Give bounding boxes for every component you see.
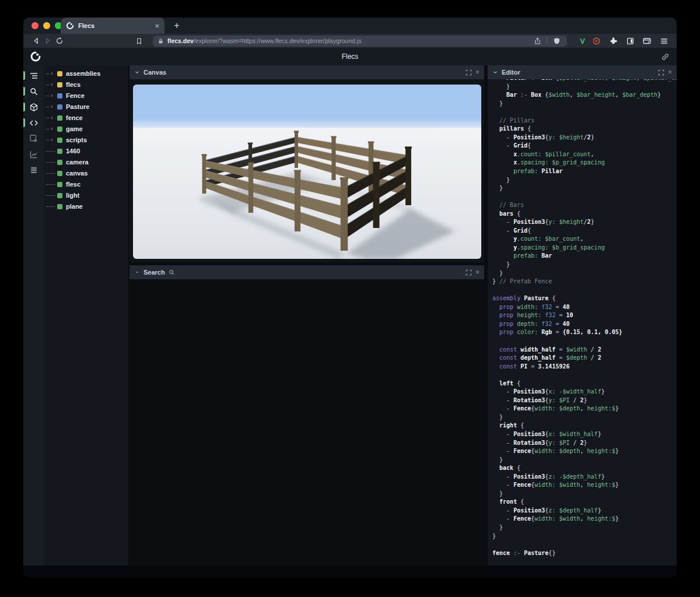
wallet-icon[interactable] [641,35,653,47]
entity-kind-icon [57,93,62,99]
divider [547,37,547,44]
tree-connector [46,184,55,185]
tree-item-assemblies[interactable]: ›assemblies [44,68,128,79]
tree-item-flecs[interactable]: ›flecs [44,79,128,90]
search-close-button[interactable]: × [475,269,480,276]
flecs-logo-icon[interactable] [30,51,41,62]
expand-chevron-icon[interactable]: › [51,125,53,132]
permalink-button[interactable] [661,52,670,61]
rail-chart-icon[interactable] [23,149,44,160]
chevron-down-icon[interactable] [492,69,498,75]
tree-item-canvas[interactable]: canvas [44,168,128,179]
code-lines: Pillar :- Box {$pillar_width, $height, $… [492,79,677,557]
share-icon[interactable] [531,35,543,47]
back-button[interactable] [30,35,42,47]
rail-tree-icon[interactable] [23,70,44,82]
page-title: Flecs [23,52,677,61]
tree-item-1460[interactable]: 1460 [44,146,128,157]
tree-item-fence[interactable]: ›fence [44,113,128,124]
tree-item-game[interactable]: ›game [44,124,128,135]
entity-kind-icon [57,171,62,176]
new-tab-button[interactable]: + [170,19,183,32]
rail-inspect-icon[interactable] [23,133,44,145]
tree-connector [46,140,50,141]
search-panel-header: Search × [130,265,484,279]
3d-scene-viewport[interactable] [133,85,481,259]
tree-item-light[interactable]: light [44,190,128,201]
bookmarks-button[interactable] [133,35,145,47]
fullscreen-button[interactable] [658,69,664,76]
canvas-close-button[interactable]: × [475,69,480,76]
close-window-button[interactable] [32,22,38,29]
expand-chevron-icon[interactable]: › [51,136,53,143]
expand-chevron-icon[interactable]: › [51,92,53,99]
tree-item-label: fence [66,114,83,121]
tree-item-label: flecs [66,81,80,88]
canvas-panel-body [130,79,484,262]
chevron-down-icon[interactable] [134,69,140,75]
tree-connector [46,129,50,129]
browser-tab[interactable]: Flecs × [61,17,164,34]
entity-kind-icon [57,193,62,198]
tree-item-label: Fence [66,92,85,99]
browser-toolbar: flecs.dev/explorer/?wasm=https://www.fle… [23,34,677,48]
editor-close-button[interactable]: × [668,69,672,76]
tab-title: Flecs [78,22,150,29]
collapsed-dot-icon[interactable] [134,269,140,275]
tree-item-Fence[interactable]: ›Fence [44,90,128,101]
tree-item-label: 1460 [66,148,80,154]
minimize-window-button[interactable] [43,22,50,29]
ext-hexagon-icon[interactable] [590,35,602,47]
code-editor[interactable]: Pillar :- Box {$pillar_width, $height, $… [488,79,677,566]
tree-item-Pasture[interactable]: ›Pasture [44,101,128,113]
expand-chevron-icon[interactable]: › [51,69,53,76]
url-text: flecs.dev/explorer/?wasm=https://www.fle… [167,37,528,44]
fullscreen-button[interactable] [466,269,472,276]
entity-kind-icon [57,204,62,209]
entity-kind-icon [57,71,62,76]
rail-stack-icon[interactable] [23,164,44,176]
url-bar[interactable]: flecs.dev/explorer/?wasm=https://www.fle… [153,36,567,47]
tree-connector [46,73,50,74]
rail-search-icon[interactable] [23,86,44,97]
tree-item-scripts[interactable]: ›scripts [44,135,128,146]
tree-connector [46,118,50,118]
expand-chevron-icon[interactable]: › [51,80,53,87]
tree-item-label: assemblies [66,70,100,77]
canvas-panel-header: Canvas × [130,65,484,79]
tree-connector [46,151,55,152]
tab-close-button[interactable]: × [155,22,159,30]
fullscreen-button[interactable] [466,69,472,76]
search-icon [169,269,175,276]
tree-item-plane[interactable]: plane [44,201,128,212]
expand-chevron-icon[interactable]: › [51,114,53,121]
tree-item-label: canvas [66,170,88,177]
shield-icon[interactable] [551,35,562,47]
center-column: Canvas × Search × [130,65,484,566]
tree-item-camera[interactable]: camera [44,157,128,168]
rail-code-icon[interactable] [23,117,44,129]
sidebar-toggle-icon[interactable] [624,35,636,47]
traffic-lights [32,22,62,29]
ext-vue-icon[interactable]: V [580,37,585,45]
entity-kind-icon [57,115,62,121]
editor-panel-title: Editor [502,69,520,76]
rail-cube-icon[interactable] [23,101,44,113]
entity-kind-icon [57,160,62,165]
expand-chevron-icon[interactable]: › [51,103,53,110]
extensions-puzzle-icon[interactable] [607,35,619,47]
editor-panel-header: Editor × [488,65,677,79]
forward-button[interactable] [42,35,54,47]
main-content: ›assemblies›flecs›Fence›Pasture›fence›ga… [23,65,677,566]
entity-tree: ›assemblies›flecs›Fence›Pasture›fence›ga… [44,65,128,566]
entity-kind-icon [57,104,62,110]
menu-button[interactable] [658,35,670,47]
tree-connector [46,206,55,207]
tree-connector [46,162,55,163]
search-panel-body[interactable] [130,279,484,566]
tree-item-label: game [66,125,83,132]
tree-item-flesc[interactable]: flesc [44,179,128,190]
reload-button[interactable] [54,35,65,47]
tree-connector [46,195,55,196]
page-footer-area [23,566,677,577]
